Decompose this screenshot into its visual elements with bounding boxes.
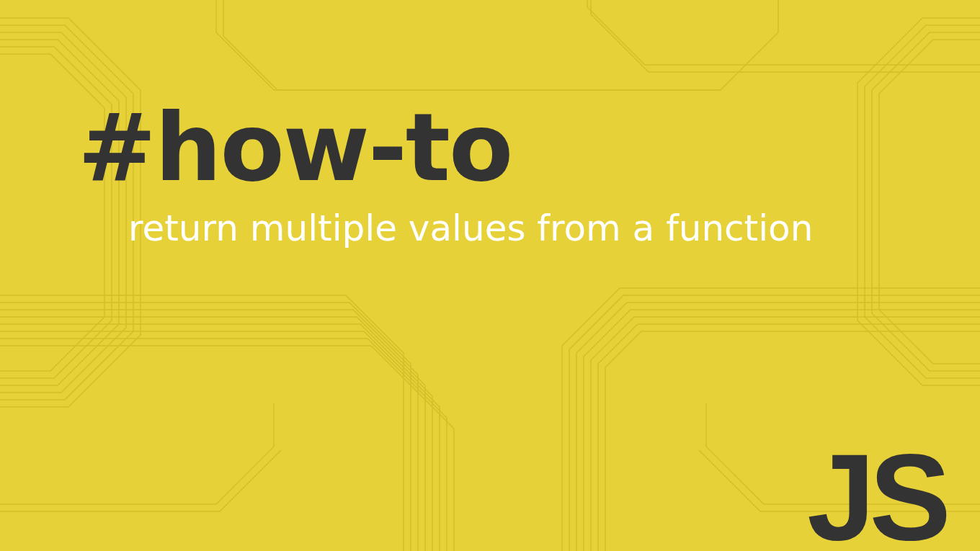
js-logo-text: JS — [807, 436, 945, 551]
hashtag-heading: #how-to — [78, 101, 980, 194]
subtitle-text: return multiple values from a function — [128, 207, 980, 249]
hero-text-block: #how-to return multiple values from a fu… — [0, 0, 980, 249]
